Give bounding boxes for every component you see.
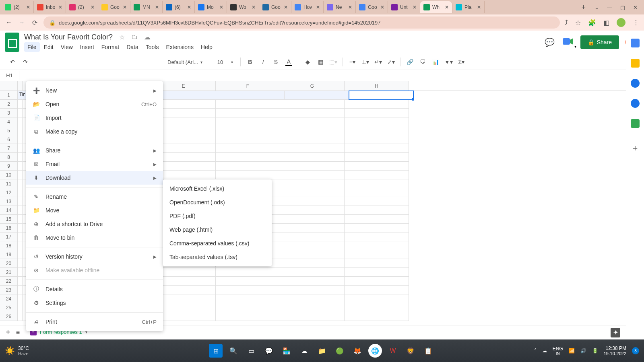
cell[interactable] xyxy=(216,153,280,162)
merge-button[interactable]: ⬚▾ xyxy=(328,57,339,67)
menu-edit[interactable]: Edit xyxy=(41,42,57,52)
tray-volume-icon[interactable]: 🔊 xyxy=(580,348,586,354)
valign-button[interactable]: ⊥▾ xyxy=(360,57,370,67)
taskbar-app[interactable]: ☁ xyxy=(297,344,311,358)
cell[interactable] xyxy=(280,171,345,179)
cell[interactable] xyxy=(345,144,409,153)
menu-item-move[interactable]: 📁Move xyxy=(26,204,163,217)
tray-battery-icon[interactable]: 🔋 xyxy=(592,348,598,354)
menu-item-details[interactable]: ⓘDetails xyxy=(26,282,163,296)
browser-tab[interactable]: Inbo✕ xyxy=(34,1,66,13)
tab-close-icon[interactable]: ✕ xyxy=(219,4,223,10)
menu-insert[interactable]: Insert xyxy=(77,42,97,52)
tasks-icon[interactable] xyxy=(631,79,640,88)
cell[interactable] xyxy=(216,277,280,286)
row-header[interactable]: 25 xyxy=(0,303,18,312)
cell[interactable] xyxy=(280,286,345,294)
cell[interactable] xyxy=(216,126,280,135)
browser-tab[interactable]: Hov✕ xyxy=(291,1,324,13)
textcolor-button[interactable]: A xyxy=(283,57,294,67)
tray-chevron-icon[interactable]: ˄ xyxy=(534,348,537,354)
browser-tab[interactable]: Mo✕ xyxy=(195,1,227,13)
row-header[interactable]: 8 xyxy=(0,153,18,162)
tab-close-icon[interactable]: ✕ xyxy=(123,4,127,10)
share-button[interactable]: 🔒 Share xyxy=(580,35,619,49)
cell[interactable] xyxy=(216,303,280,312)
tab-close-icon[interactable]: ✕ xyxy=(477,4,481,10)
tab-close-icon[interactable]: ✕ xyxy=(26,4,30,10)
browser-tab[interactable]: Unt✕ xyxy=(388,1,420,13)
cell[interactable] xyxy=(345,303,409,312)
cell[interactable] xyxy=(345,188,409,197)
row-header[interactable]: 15 xyxy=(0,215,18,224)
start-button[interactable]: ⊞ xyxy=(209,344,223,358)
tab-close-icon[interactable]: ✕ xyxy=(252,4,256,10)
row-header[interactable]: 14 xyxy=(0,206,18,215)
functions-button[interactable]: Σ▾ xyxy=(456,57,466,67)
cell[interactable] xyxy=(280,206,345,215)
browser-tab[interactable]: MN✕ xyxy=(130,1,163,13)
bold-button[interactable]: B xyxy=(245,57,255,67)
menu-item-settings[interactable]: ⚙Settings xyxy=(26,296,163,310)
window-maximize[interactable]: ▢ xyxy=(620,4,625,10)
cell[interactable] xyxy=(345,197,409,206)
doc-title[interactable]: What Is Your Favorit Color? xyxy=(24,33,113,41)
tab-close-icon[interactable]: ✕ xyxy=(155,4,159,10)
menu-item-email[interactable]: ✉Email▶ xyxy=(26,157,163,171)
cell[interactable] xyxy=(280,303,345,312)
browser-tab[interactable]: Wo✕ xyxy=(227,1,259,13)
comment-button[interactable]: 🗨 xyxy=(417,57,428,67)
browser-tab[interactable]: Ne✕ xyxy=(324,1,356,13)
cell[interactable] xyxy=(349,91,413,100)
tab-close-icon[interactable]: ✕ xyxy=(187,4,191,10)
row-header[interactable]: 6 xyxy=(0,135,18,144)
taskbar-app[interactable]: 🌐 xyxy=(368,344,382,358)
keep-icon[interactable] xyxy=(631,59,640,68)
row-header[interactable]: 9 xyxy=(0,162,18,171)
wrap-button[interactable]: ↵▾ xyxy=(373,57,383,67)
contacts-icon[interactable] xyxy=(631,99,640,108)
cell[interactable] xyxy=(280,109,345,117)
cell[interactable] xyxy=(216,144,280,153)
window-close[interactable]: ✕ xyxy=(633,4,638,10)
taskbar-app[interactable]: W xyxy=(386,344,400,358)
row-header[interactable]: 4 xyxy=(0,117,18,126)
maps-icon[interactable] xyxy=(631,119,640,128)
cell[interactable] xyxy=(220,91,285,100)
meet-icon[interactable]: ▾ xyxy=(561,35,574,49)
cell[interactable] xyxy=(345,135,409,144)
browser-tab[interactable]: Pla✕ xyxy=(452,1,485,13)
cell[interactable] xyxy=(280,268,345,277)
cell[interactable] xyxy=(345,206,409,215)
taskbar-app[interactable]: 📋 xyxy=(421,344,435,358)
star-icon[interactable]: ☆ xyxy=(575,19,581,27)
chrome-menu-icon[interactable]: ⋮ xyxy=(633,19,639,27)
cell[interactable] xyxy=(216,286,280,294)
window-dropdown[interactable]: ⌄ xyxy=(594,4,599,10)
row-header[interactable]: 13 xyxy=(0,197,18,206)
cell[interactable] xyxy=(280,117,345,126)
cell[interactable] xyxy=(345,153,409,162)
name-box[interactable]: H1 xyxy=(0,71,19,80)
cell[interactable] xyxy=(345,232,409,241)
row-header[interactable]: 24 xyxy=(0,294,18,303)
download-option[interactable]: Microsoft Excel (.xlsx) xyxy=(163,182,272,195)
menu-item-make-a-copy[interactable]: ⧉Make a copy xyxy=(26,125,163,138)
browser-tab[interactable]: (2)✕ xyxy=(66,1,98,13)
cell[interactable] xyxy=(345,268,409,277)
cell[interactable] xyxy=(280,135,345,144)
strike-button[interactable]: S xyxy=(270,57,281,67)
browser-tab[interactable]: Goo✕ xyxy=(259,1,291,13)
cell[interactable] xyxy=(345,224,409,232)
tray-cloud-icon[interactable]: ☁ xyxy=(542,348,547,354)
menu-item-share[interactable]: 👥Share▶ xyxy=(26,144,163,157)
column-header[interactable]: H xyxy=(345,81,409,90)
tab-close-icon[interactable]: ✕ xyxy=(91,4,95,10)
taskbar-app[interactable]: 🏪 xyxy=(280,344,293,358)
cell[interactable] xyxy=(280,188,345,197)
browser-tab[interactable]: (2)✕ xyxy=(2,1,34,13)
cell[interactable] xyxy=(345,179,409,188)
cell[interactable] xyxy=(280,144,345,153)
sidepanel-icon[interactable]: ◧ xyxy=(603,19,609,27)
cell[interactable] xyxy=(280,277,345,286)
